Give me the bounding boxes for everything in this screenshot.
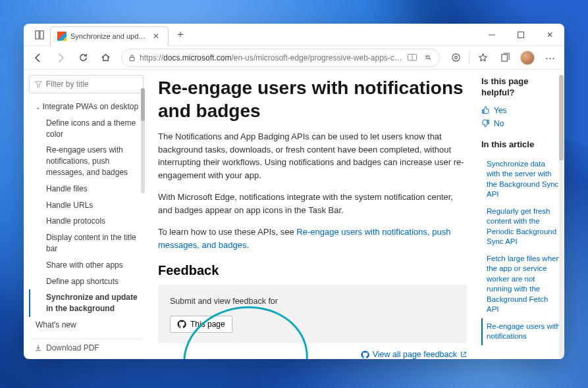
avatar bbox=[520, 51, 535, 65]
profile-button[interactable] bbox=[517, 48, 538, 68]
filter-box[interactable] bbox=[29, 75, 144, 93]
forward-button[interactable] bbox=[50, 48, 71, 68]
paragraph: The Notifications and App Badging APIs c… bbox=[158, 130, 467, 182]
nav-item[interactable]: Share with other apps bbox=[29, 257, 144, 274]
thumbs-up-icon bbox=[481, 106, 490, 114]
filter-icon bbox=[35, 80, 42, 88]
tab-close-button[interactable]: ✕ bbox=[151, 31, 161, 41]
toc-link[interactable]: Regularly get fresh content with the Per… bbox=[481, 203, 560, 251]
nav-parent[interactable]: ⌄ Integrate PWAs on desktop bbox=[29, 99, 144, 115]
url-text: https://docs.microsoft.com/en-us/microso… bbox=[140, 53, 404, 62]
toc-heading: In this article bbox=[481, 139, 560, 151]
helpful-yes-button[interactable]: Yes bbox=[481, 104, 560, 117]
feedback-box: Submit and view feedback for This page bbox=[158, 285, 467, 343]
tabs-menu-icon[interactable] bbox=[33, 28, 46, 41]
window-close-button[interactable]: ✕ bbox=[535, 24, 564, 45]
feedback-this-page-button[interactable]: This page bbox=[170, 316, 232, 333]
refresh-button[interactable] bbox=[72, 48, 94, 68]
toolbar-divider bbox=[469, 51, 469, 64]
back-button[interactable] bbox=[28, 48, 49, 68]
nav-item[interactable]: Define icons and a theme color bbox=[29, 115, 144, 143]
nav-item[interactable]: What's new bbox=[29, 317, 144, 333]
github-icon bbox=[177, 320, 186, 329]
right-column: Is this page helpful? Yes No In this art… bbox=[479, 70, 564, 359]
svg-rect-0 bbox=[36, 30, 39, 38]
helpful-no-button[interactable]: No bbox=[481, 117, 560, 130]
nav-item[interactable]: Re-engage users with notifications, push… bbox=[29, 142, 144, 180]
menu-button[interactable]: ⋯ bbox=[539, 48, 560, 68]
github-icon bbox=[361, 351, 369, 359]
nav-item[interactable]: Handle protocols bbox=[29, 213, 144, 230]
filter-input[interactable] bbox=[46, 80, 138, 89]
maximize-button[interactable] bbox=[506, 24, 535, 45]
toc-link[interactable]: Synchronize data with the server with th… bbox=[481, 156, 560, 203]
feedback-prompt: Submit and view feedback for bbox=[170, 295, 455, 308]
translate-icon[interactable] bbox=[423, 53, 433, 62]
svg-rect-4 bbox=[130, 57, 134, 61]
home-button[interactable] bbox=[95, 48, 116, 68]
browser-tab[interactable]: Synchronize and update a Prog… ✕ bbox=[50, 26, 169, 46]
favorites-button[interactable] bbox=[472, 48, 493, 68]
view-all-feedback: View all page feedback bbox=[158, 350, 467, 359]
nav-item[interactable]: Handle URLs bbox=[29, 197, 144, 214]
nav-item-active[interactable]: Synchronize and update in the background bbox=[29, 289, 144, 317]
nav-item[interactable]: Handle files bbox=[29, 181, 144, 197]
extensions-button[interactable] bbox=[445, 48, 466, 68]
svg-point-6 bbox=[452, 54, 459, 61]
favicon-microsoft-icon bbox=[57, 32, 67, 41]
page-content: ⌄ Integrate PWAs on desktop Define icons… bbox=[24, 70, 564, 359]
new-tab-button[interactable]: ＋ bbox=[171, 26, 190, 44]
window-controls: ✕ bbox=[477, 24, 564, 45]
tab-strip: Synchronize and update a Prog… ✕ ＋ bbox=[24, 24, 477, 45]
minimize-button[interactable] bbox=[477, 24, 506, 45]
paragraph: With Microsoft Edge, notifications integ… bbox=[158, 191, 467, 216]
paragraph: To learn how to use these APIs, see Re-e… bbox=[158, 226, 467, 251]
lock-icon bbox=[128, 54, 136, 62]
svg-rect-8 bbox=[501, 55, 506, 61]
toolbar: https://docs.microsoft.com/en-us/microso… bbox=[24, 46, 564, 70]
toc-list: Synchronize data with the server with th… bbox=[481, 156, 560, 345]
toc-link-active[interactable]: Re-engage users with notifications bbox=[481, 318, 560, 345]
page-helpful: Is this page helpful? Yes No bbox=[481, 76, 560, 130]
external-link-icon bbox=[460, 351, 467, 358]
download-icon bbox=[34, 344, 42, 352]
titlebar: Synchronize and update a Prog… ✕ ＋ ✕ bbox=[24, 24, 564, 46]
browser-window: Synchronize and update a Prog… ✕ ＋ ✕ htt… bbox=[24, 24, 564, 359]
svg-point-7 bbox=[454, 57, 457, 59]
helpful-heading: Is this page helpful? bbox=[481, 76, 560, 99]
left-nav: ⌄ Integrate PWAs on desktop Define icons… bbox=[24, 70, 146, 359]
reader-mode-icon[interactable] bbox=[408, 54, 417, 62]
view-all-feedback-link[interactable]: View all page feedback bbox=[361, 350, 467, 359]
thumbs-down-icon bbox=[481, 119, 490, 128]
tab-title: Synchronize and update a Prog… bbox=[70, 32, 147, 40]
rightcol-scrollbar-thumb[interactable] bbox=[559, 75, 564, 160]
chevron-down-icon: ⌄ bbox=[36, 104, 43, 110]
nav-item[interactable]: Display content in the title bar bbox=[29, 230, 144, 257]
sidebar-scrollbar-thumb[interactable] bbox=[141, 88, 145, 121]
page-title: Re-engage users with notifications and b… bbox=[158, 76, 467, 122]
collections-button[interactable] bbox=[494, 48, 516, 68]
nav-tree: ⌄ Integrate PWAs on desktop Define icons… bbox=[29, 99, 144, 333]
section-heading: Feedback bbox=[158, 263, 467, 278]
article-main: Re-engage users with notifications and b… bbox=[146, 70, 479, 359]
nav-item[interactable]: Define app shortcuts bbox=[29, 274, 144, 290]
svg-rect-1 bbox=[40, 30, 43, 38]
svg-rect-3 bbox=[518, 32, 524, 37]
download-pdf[interactable]: Download PDF bbox=[29, 339, 144, 356]
address-bar[interactable]: https://docs.microsoft.com/en-us/microso… bbox=[121, 49, 440, 67]
toc-link[interactable]: Fetch large files when the app or servic… bbox=[481, 251, 560, 318]
